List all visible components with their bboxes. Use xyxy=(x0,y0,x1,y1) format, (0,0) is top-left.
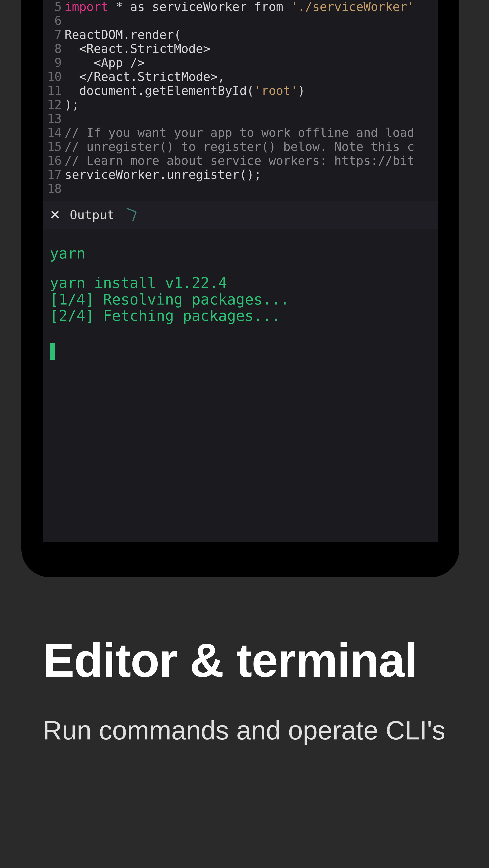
terminal-line xyxy=(50,261,431,275)
code-line[interactable]: import * as serviceWorker from './servic… xyxy=(64,0,438,14)
code-editor[interactable]: 56789101112131415161718 import * as serv… xyxy=(43,0,438,200)
line-number: 9 xyxy=(43,56,62,70)
line-number-gutter: 56789101112131415161718 xyxy=(43,0,64,200)
code-line[interactable]: ReactDOM.render( xyxy=(64,28,438,42)
line-number: 8 xyxy=(43,42,62,56)
code-line[interactable]: // unregister() to register() below. Not… xyxy=(64,140,438,154)
line-number: 13 xyxy=(43,112,62,126)
code-line[interactable]: </React.StrictMode>, xyxy=(64,70,438,84)
code-line[interactable]: <React.StrictMode> xyxy=(64,42,438,56)
code-line[interactable]: serviceWorker.unregister(); xyxy=(64,168,438,182)
page-title: Editor & terminal xyxy=(43,634,446,686)
line-number: 11 xyxy=(43,84,62,98)
line-number: 18 xyxy=(43,182,62,196)
code-line[interactable]: // If you want your app to work offline … xyxy=(64,126,438,140)
terminal-line: [2/4] Fetching packages... xyxy=(50,308,431,324)
line-number: 12 xyxy=(43,98,62,112)
device-frame: 56789101112131415161718 import * as serv… xyxy=(21,0,459,577)
code-line[interactable] xyxy=(64,112,438,126)
loading-spinner-icon xyxy=(122,208,137,222)
close-icon[interactable]: ✕ xyxy=(50,208,60,222)
code-line[interactable] xyxy=(64,182,438,196)
code-content[interactable]: import * as serviceWorker from './servic… xyxy=(64,0,438,200)
line-number: 15 xyxy=(43,140,62,154)
code-line[interactable]: <App /> xyxy=(64,56,438,70)
terminal-output[interactable]: yarnyarn install v1.22.4[1/4] Resolving … xyxy=(43,228,438,542)
terminal-line: [1/4] Resolving packages... xyxy=(50,291,431,308)
line-number: 16 xyxy=(43,154,62,168)
page-subtitle: Run commands and operate CLI's xyxy=(43,712,446,748)
code-line[interactable] xyxy=(64,14,438,28)
line-number: 17 xyxy=(43,168,62,182)
line-number: 10 xyxy=(43,70,62,84)
code-line[interactable]: document.getElementById('root') xyxy=(64,84,438,98)
line-number: 14 xyxy=(43,126,62,140)
code-line[interactable]: // Learn more about service workers: htt… xyxy=(64,154,438,168)
marketing-copy: Editor & terminal Run commands and opera… xyxy=(0,577,489,777)
screen: 56789101112131415161718 import * as serv… xyxy=(43,0,438,542)
line-number: 7 xyxy=(43,28,62,42)
terminal-line: yarn install v1.22.4 xyxy=(50,275,431,291)
code-line[interactable]: ); xyxy=(64,98,438,112)
terminal-line: yarn xyxy=(50,245,431,261)
terminal-cursor xyxy=(50,343,55,360)
line-number: 5 xyxy=(43,0,62,14)
output-panel-label: Output xyxy=(70,208,114,222)
line-number: 6 xyxy=(43,14,62,28)
output-panel-header: ✕ Output xyxy=(43,200,438,228)
